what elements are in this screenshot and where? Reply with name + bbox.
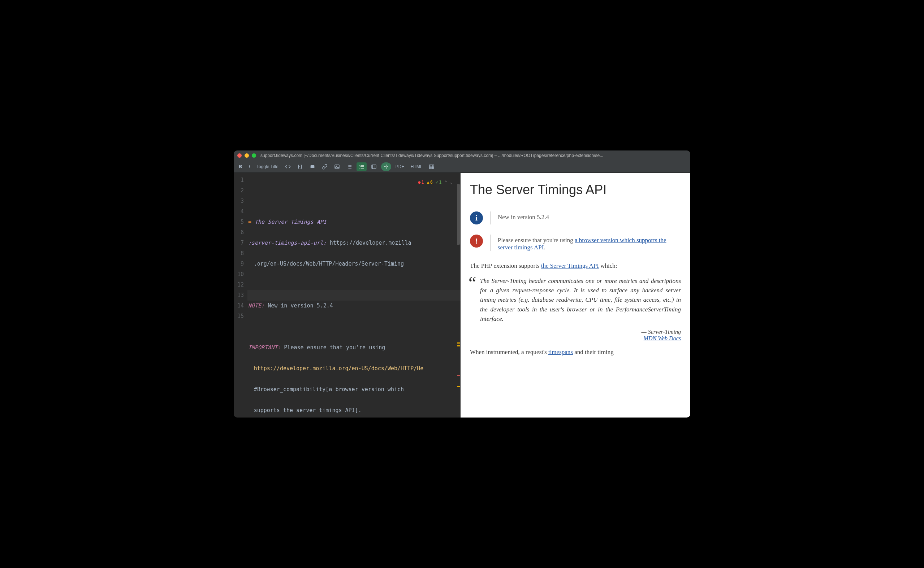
inspection-widget[interactable]: ●1 ▲6 ✔1 ⌃ ⌄ — [417, 177, 454, 188]
heading-icon[interactable] — [295, 162, 305, 171]
table-icon[interactable] — [427, 162, 437, 171]
error-count[interactable]: ●1 — [418, 177, 424, 188]
preview-pane[interactable]: The Server Timings API i New in version … — [460, 173, 690, 417]
note-admonition: i New in version 5.2.4 — [470, 211, 681, 224]
image-icon[interactable] — [332, 162, 342, 171]
split-content: 1 2 3 4 5 6 7 8 9 10 12 13 — [234, 173, 690, 417]
link-icon[interactable] — [320, 162, 330, 171]
title-rule — [470, 202, 681, 202]
html-button[interactable]: HTML — [409, 163, 425, 171]
toolbar: B I Toggle Title PDF HTML — [234, 160, 690, 173]
quote-body: The Server-Timing header communicates on… — [480, 276, 681, 324]
app-window: support.tideways.com [~/Documents/Busine… — [234, 151, 690, 417]
next-issue-icon[interactable]: ⌄ — [450, 177, 453, 188]
window-controls — [237, 153, 256, 158]
ok-count[interactable]: ✔1 — [436, 177, 441, 188]
quote-attribution: — Server-Timing MDN Web Docs — [480, 329, 681, 342]
warning-count[interactable]: ▲6 — [427, 177, 433, 188]
checklist-icon[interactable] — [356, 162, 367, 171]
window-title: support.tideways.com [~/Documents/Busine… — [261, 153, 687, 158]
server-timings-link[interactable]: the Server Timings API — [541, 262, 599, 269]
svg-rect-1 — [335, 165, 339, 169]
italic-button[interactable]: I — [246, 162, 252, 171]
editor-pane[interactable]: 1 2 3 4 5 6 7 8 9 10 12 13 — [234, 173, 460, 417]
code-icon[interactable] — [283, 162, 293, 171]
minimize-button[interactable] — [245, 153, 249, 158]
preview-title: The Server Timings API — [470, 182, 681, 197]
line-gutter: 1 2 3 4 5 6 7 8 9 10 12 13 — [234, 173, 247, 417]
important-admonition: ! Please ensure that you're using a brow… — [470, 234, 681, 251]
close-button[interactable] — [237, 153, 242, 158]
important-text: Please ensure that you're using a browse… — [498, 234, 681, 251]
preview-toggle-icon[interactable] — [381, 162, 391, 171]
mdn-link[interactable]: MDN Web Docs — [644, 335, 681, 341]
timespans-link[interactable]: timespans — [548, 349, 573, 355]
svg-rect-3 — [372, 165, 376, 169]
highlight-icon[interactable] — [307, 162, 318, 171]
closing-paragraph: When instrumented, a request's timespans… — [470, 347, 681, 357]
blockquote: The Server-Timing header communicates on… — [470, 276, 681, 342]
important-icon: ! — [470, 234, 483, 248]
svg-rect-4 — [430, 165, 434, 169]
prev-issue-icon[interactable]: ⌃ — [445, 177, 447, 188]
note-text: New in version 5.2.4 — [498, 211, 549, 221]
list-icon[interactable] — [344, 162, 354, 171]
bold-button[interactable]: B — [236, 162, 244, 171]
toggle-title-button[interactable]: Toggle Title — [254, 163, 281, 171]
titlebar: support.tideways.com [~/Documents/Busine… — [234, 151, 690, 160]
intro-paragraph: The PHP extension supports the Server Ti… — [470, 261, 681, 270]
svg-rect-0 — [310, 165, 314, 168]
info-icon: i — [470, 211, 483, 224]
code-area[interactable]: = The Server Timings API :server-timings… — [247, 173, 460, 417]
media-icon[interactable] — [369, 162, 379, 171]
pdf-button[interactable]: PDF — [393, 163, 406, 171]
zoom-button[interactable] — [252, 153, 256, 158]
